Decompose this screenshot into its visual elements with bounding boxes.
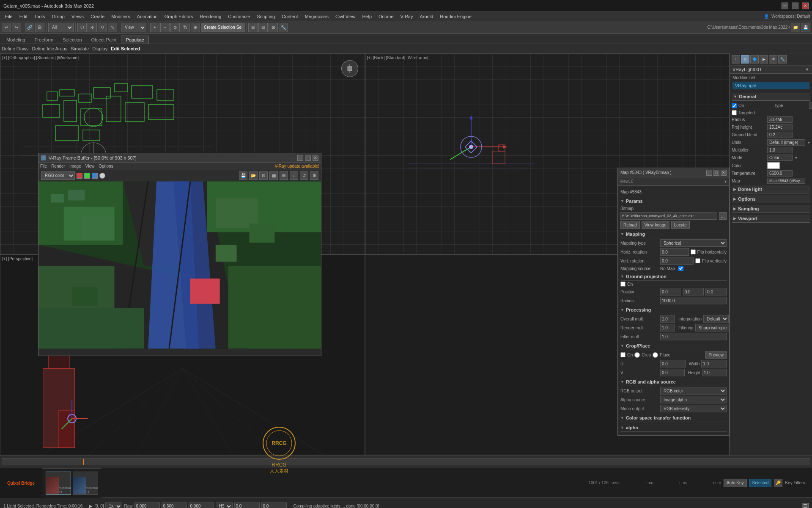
- timeline-track[interactable]: [2, 458, 810, 465]
- locate-btn[interactable]: Locate: [671, 221, 690, 229]
- width-input[interactable]: [701, 360, 727, 367]
- menu-content[interactable]: Content: [278, 13, 302, 20]
- mapping-section-header[interactable]: ▼ Mapping: [620, 230, 727, 238]
- val2-input[interactable]: [162, 502, 187, 508]
- menu-group[interactable]: Group: [48, 13, 68, 20]
- menu-edit[interactable]: Edit: [16, 13, 31, 20]
- key-filters-label[interactable]: Key Filters...: [785, 480, 809, 485]
- vfb-pan-btn[interactable]: ↕: [290, 171, 298, 180]
- mode-select[interactable]: 1x1: [105, 502, 122, 508]
- swatch-red[interactable]: [77, 173, 82, 179]
- horiz-rot-input[interactable]: [660, 248, 689, 256]
- tab-modeling[interactable]: Modeling: [2, 36, 30, 44]
- flip-horiz-cb[interactable]: [691, 249, 696, 254]
- play-btn[interactable]: ▶: [89, 504, 93, 508]
- mapping-type-select[interactable]: Spherical: [660, 239, 727, 247]
- sub-define-flows[interactable]: Define Flows: [2, 46, 29, 51]
- scale-btn[interactable]: ⤡: [108, 23, 117, 32]
- tb-btn4[interactable]: %: [181, 23, 190, 32]
- tb-btn9[interactable]: 🔧: [279, 23, 288, 32]
- place-radio[interactable]: [653, 352, 658, 358]
- menu-megascans[interactable]: Megascans: [302, 13, 332, 20]
- sub-edit-selected[interactable]: Edit Selected: [111, 46, 140, 51]
- pos-x-input[interactable]: [660, 288, 681, 295]
- menu-houdini[interactable]: Houdini Engine: [436, 13, 475, 20]
- undo-btn[interactable]: ↩: [2, 23, 11, 32]
- minimize-btn[interactable]: ─: [782, 3, 788, 9]
- sub-define-idle[interactable]: Define Idle Areas: [32, 46, 68, 51]
- rpanel-modify-btn[interactable]: ⚙: [741, 55, 749, 64]
- obj-name-dropdown[interactable]: ▼: [805, 67, 809, 72]
- vfb-maximize-btn[interactable]: □: [305, 155, 311, 161]
- filter-dropdown[interactable]: All: [48, 23, 74, 32]
- menu-civil-view[interactable]: Civil View: [332, 13, 359, 20]
- unlink-btn[interactable]: ⛓: [35, 23, 44, 32]
- mapping-source-cb[interactable]: [678, 266, 683, 271]
- rpanel-display-btn[interactable]: 👁: [769, 55, 777, 64]
- menu-views[interactable]: Views: [68, 13, 87, 20]
- units-dropdown-arrow[interactable]: ▼: [807, 141, 811, 145]
- crop-on-cb[interactable]: [620, 352, 625, 357]
- vfb-title-bar[interactable]: V-Ray Frame Buffer - [50.0% of 903 x 507…: [38, 153, 321, 163]
- params-section-header[interactable]: ▼ Params: [620, 197, 727, 205]
- hsv2-input[interactable]: [261, 502, 287, 508]
- link-btn[interactable]: 🔗: [25, 23, 34, 32]
- ground-proj-header[interactable]: ▼ Ground projection: [620, 273, 727, 281]
- overall-mult-input[interactable]: [660, 315, 675, 323]
- pos-y-input[interactable]: [683, 288, 704, 295]
- flip-vert-cb[interactable]: [695, 258, 700, 263]
- map-panel-minimize[interactable]: ─: [706, 170, 712, 176]
- sub-display[interactable]: Display: [92, 46, 107, 51]
- menu-tools[interactable]: Tools: [31, 13, 49, 20]
- rpanel-motion-btn[interactable]: ▶: [760, 55, 768, 64]
- hsv-select[interactable]: HSV: [216, 502, 233, 508]
- pos-z-input[interactable]: [705, 288, 727, 295]
- processing-header[interactable]: ▼ Processing: [620, 306, 727, 314]
- vfb-lasso-btn[interactable]: ⊡: [259, 171, 268, 180]
- rpanel-hierarchy-btn[interactable]: 🔷: [750, 55, 759, 64]
- alpha-source-select[interactable]: Image alpha: [660, 396, 727, 403]
- vfb-region-btn[interactable]: ▦: [269, 171, 278, 180]
- select-btn[interactable]: ⬡: [77, 23, 87, 32]
- menu-customize[interactable]: Customize: [225, 13, 253, 20]
- tb-btn5[interactable]: ⊕: [191, 23, 200, 32]
- tb-btn1[interactable]: +: [150, 23, 159, 32]
- selected-btn[interactable]: Selected: [749, 479, 772, 487]
- menu-vray[interactable]: V-Ray: [397, 13, 416, 20]
- tb-btn3[interactable]: ⊙: [170, 23, 180, 32]
- swatch-green[interactable]: [84, 173, 90, 179]
- menu-create[interactable]: Create: [87, 13, 108, 20]
- menu-arnold[interactable]: Arnold: [416, 13, 436, 20]
- menu-graph-editors[interactable]: Graph Editors: [161, 13, 197, 20]
- menu-animation[interactable]: Animation: [134, 13, 161, 20]
- vfb-save-btn[interactable]: 💾: [239, 171, 247, 180]
- menu-modifiers[interactable]: Modifiers: [108, 13, 134, 20]
- render-mult-input[interactable]: [660, 324, 675, 331]
- rgb-output-select[interactable]: RGB color: [660, 387, 727, 395]
- rgb-alpha-header[interactable]: ▼ RGB and alpha source: [620, 378, 727, 386]
- vfb-load-btn[interactable]: 📂: [249, 171, 258, 180]
- redo-btn[interactable]: ↪: [12, 23, 21, 32]
- map-view-dropdown[interactable]: ▼: [724, 179, 727, 184]
- view-image-btn[interactable]: View Image: [642, 221, 669, 229]
- tab-object-paint[interactable]: Object Paint: [87, 36, 121, 44]
- thumbnail-1[interactable]: Material #1: [46, 472, 71, 495]
- maximize-btn[interactable]: □: [792, 3, 798, 9]
- tb-file-btn[interactable]: 📁: [791, 23, 800, 32]
- reload-btn[interactable]: Reload: [620, 221, 640, 229]
- vfb-menu-view[interactable]: View: [85, 164, 95, 168]
- ground-on-cb[interactable]: [620, 282, 625, 287]
- close-btn[interactable]: ✕: [802, 3, 809, 9]
- rotate-btn[interactable]: ↻: [98, 23, 107, 32]
- tab-freeform[interactable]: Freeform: [30, 36, 58, 44]
- vert-rot-input[interactable]: [660, 257, 694, 265]
- targeted-checkbox[interactable]: [732, 110, 737, 115]
- alpha-section-header[interactable]: ▼ alpha: [620, 424, 727, 432]
- vfb-settings-btn[interactable]: ⚙: [310, 171, 318, 180]
- on-checkbox[interactable]: [732, 103, 737, 108]
- rpanel-create-btn[interactable]: +: [732, 55, 740, 64]
- viewport-section-header[interactable]: ▶ Viewport: [732, 215, 810, 223]
- tb-btn2[interactable]: ↔: [160, 23, 170, 32]
- val1-input[interactable]: [134, 502, 160, 508]
- move-btn[interactable]: ✛: [88, 23, 97, 32]
